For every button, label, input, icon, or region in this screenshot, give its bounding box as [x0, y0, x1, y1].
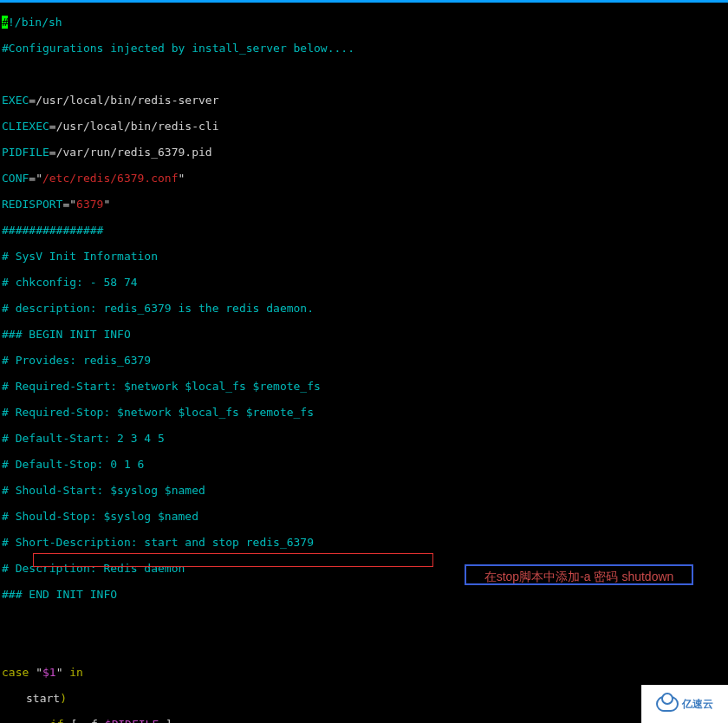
- logo-text: 亿速云: [682, 698, 713, 711]
- cloud-icon: [656, 696, 679, 712]
- cursor: #: [2, 16, 8, 29]
- annotation-box: 在stop脚本中添加-a 密码 shutdown: [465, 564, 693, 585]
- comment-config: #Configurations injected by install_serv…: [2, 42, 726, 55]
- terminal-code-view: #!/bin/sh #Configurations injected by in…: [0, 3, 728, 723]
- shebang: !/bin/sh: [8, 16, 62, 29]
- watermark-logo: 亿速云: [641, 685, 728, 723]
